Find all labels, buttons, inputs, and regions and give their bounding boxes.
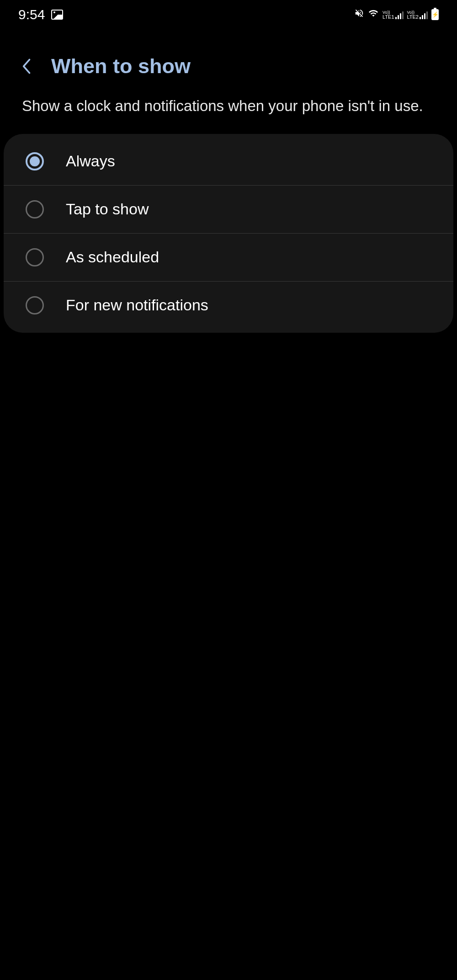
option-label: Tap to show [66,200,149,218]
status-right: Vo)) LTE1 Vo)) LTE2 [354,8,439,21]
signal-bars-2 [420,11,428,19]
option-label: Always [66,152,115,170]
option-label: As scheduled [66,248,159,266]
page-description: Show a clock and notifications when your… [0,90,457,130]
lte2-label: LTE2 [407,15,419,19]
chevron-left-icon [22,58,32,75]
radio-icon [26,296,44,314]
radio-icon [26,248,44,266]
picture-icon [51,10,63,20]
option-for-new-notifications[interactable]: For new notifications [4,282,453,333]
header: When to show [0,29,457,90]
status-bar: 9:54 Vo)) LTE1 Vo)) LTE2 [0,0,457,29]
options-card: Always Tap to show As scheduled For new … [4,134,453,333]
signal-bars-1 [395,11,404,19]
status-left: 9:54 [18,7,63,22]
vibrate-icon [354,8,364,21]
wifi-icon [368,8,379,21]
radio-icon [26,152,44,170]
lte1-indicator: Vo)) LTE1 [383,10,403,19]
page-title: When to show [51,54,191,78]
lte1-label: LTE1 [383,15,394,19]
option-label: For new notifications [66,296,208,314]
battery-icon [431,9,439,20]
lte2-indicator: Vo)) LTE2 [407,10,428,19]
radio-icon [26,200,44,218]
option-always[interactable]: Always [4,134,453,186]
option-tap-to-show[interactable]: Tap to show [4,186,453,234]
option-as-scheduled[interactable]: As scheduled [4,234,453,282]
back-button[interactable] [22,58,32,75]
status-time: 9:54 [18,7,45,22]
